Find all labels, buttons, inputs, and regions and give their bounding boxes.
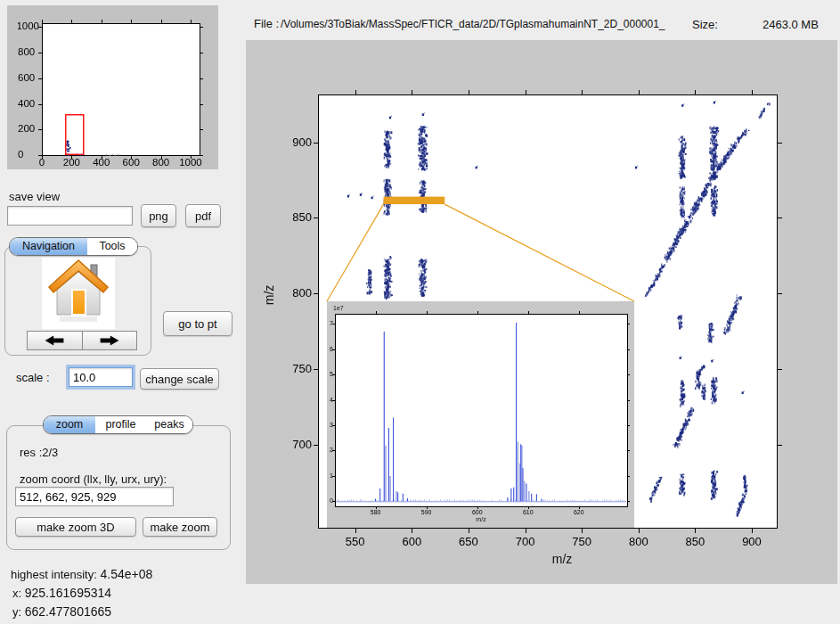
main-y-tick-label: 800 — [272, 286, 312, 300]
minimap-y-tick-label: 200 — [18, 123, 39, 134]
save-view-input[interactable] — [7, 206, 133, 226]
home-icon — [42, 258, 115, 329]
inset-x-tick-label: 620 — [568, 509, 590, 515]
x-label: x: — [12, 587, 21, 600]
overview-minimap-figure[interactable]: 0200400600800100002004006008001000 — [7, 5, 218, 169]
minimap-x-tick-label: 200 — [58, 157, 85, 168]
inset-y-tick-label: 3 — [327, 422, 333, 428]
y-label: y: — [12, 605, 21, 619]
zoom-coord-label: zoom coord (llx, lly, urx, ury): — [20, 472, 167, 486]
save-view-label: save view — [9, 190, 60, 203]
inset-y-tick-label: 1 — [327, 472, 333, 479]
main-x-tick-label: 600 — [394, 535, 429, 548]
file-label: File : — [254, 17, 279, 30]
app-window: { "colors": { "scatter_navy": "#1b2a80",… — [0, 0, 840, 624]
minimap-y-tick-label: 800 — [18, 46, 39, 57]
make-zoom-3d-button[interactable]: make zoom 3D — [15, 517, 136, 537]
change-scale-button[interactable]: change scale — [140, 368, 219, 390]
history-arrows — [27, 331, 137, 350]
size-label: Size: — [692, 18, 718, 31]
minimap-y-tick-label: 1000 — [18, 21, 39, 31]
inset-y-tick-label: 6 — [327, 346, 333, 352]
main-x-tick-label: 900 — [734, 535, 770, 548]
main-x-tick-label: 650 — [451, 535, 486, 548]
save-pdf-button[interactable]: pdf — [185, 204, 221, 227]
tab-zoom[interactable]: zoom — [44, 416, 95, 433]
go-to-pt-button[interactable]: go to pt — [163, 311, 232, 336]
highest-intensity-readout: highest intensity: 4.54e+08 — [11, 567, 152, 581]
back-arrow-button[interactable] — [28, 332, 82, 349]
inset-x-tick-label: 590 — [416, 509, 437, 515]
main-y-tick-label: 850 — [272, 210, 312, 224]
make-zoom-button[interactable]: make zoom — [143, 517, 217, 537]
tab-navigation[interactable]: Navigation — [10, 238, 87, 255]
save-png-button[interactable]: png — [141, 204, 176, 227]
minimap-x-tick-label: 600 — [118, 157, 144, 168]
minimap-x-tick-label: 1000 — [177, 157, 204, 168]
x-value: 925.161695314 — [25, 586, 111, 600]
main-y-tick-label: 900 — [272, 135, 312, 149]
inset-x-tick-label: 580 — [365, 509, 387, 515]
inset-y-tick-label: 0 — [327, 497, 333, 504]
minimap-y-tick-label: 600 — [18, 72, 39, 83]
main-x-axis-label: m/z — [535, 552, 589, 566]
scale-input[interactable] — [69, 367, 133, 387]
right-arrow-icon — [95, 333, 124, 348]
tab-profile[interactable]: profile — [95, 416, 146, 433]
file-path: /Volumes/3ToBiak/MassSpec/FTICR_data/2D/… — [281, 18, 665, 30]
inset-x-tick-label: 610 — [518, 509, 539, 515]
inset-x-tick-label: 600 — [467, 509, 488, 515]
left-arrow-icon — [40, 333, 69, 348]
main-y-tick-label: 750 — [272, 362, 312, 375]
scale-label: scale : — [16, 371, 50, 384]
zoom-tabbar: zoom profile peaks — [43, 415, 193, 434]
forward-arrow-button[interactable] — [82, 332, 137, 349]
tab-tools[interactable]: Tools — [87, 238, 137, 255]
main-y-tick-label: 700 — [272, 438, 312, 451]
cursor-y-readout: y: 662.477801665 — [12, 604, 111, 619]
main-2d-map-figure: 1e7 m/z 58059060061062001234567 m/z m/z … — [246, 40, 837, 584]
inset-offset-label: 1e7 — [333, 305, 344, 311]
minimap-y-tick-label: 400 — [18, 98, 39, 109]
resolution-text: res :2/3 — [20, 446, 58, 459]
main-x-tick-label: 850 — [677, 535, 713, 548]
main-x-tick-label: 750 — [564, 535, 599, 548]
intensity-label: highest intensity: — [11, 568, 97, 581]
tab-peaks[interactable]: peaks — [146, 416, 192, 433]
inset-y-tick-label: 5 — [327, 371, 333, 377]
minimap-x-tick-label: 400 — [88, 157, 115, 168]
home-button[interactable] — [42, 258, 115, 329]
main-x-tick-label: 800 — [621, 535, 657, 548]
minimap-x-tick-label: 800 — [148, 157, 175, 168]
intensity-value: 4.54e+08 — [100, 567, 152, 581]
inset-y-tick-label: 7 — [327, 320, 333, 326]
inset-y-tick-label: 2 — [327, 447, 333, 453]
zoom-coord-input[interactable] — [15, 487, 174, 506]
inset-x-axis-label: m/z — [469, 516, 493, 522]
inset-y-tick-label: 4 — [327, 397, 333, 403]
cursor-x-readout: x: 925.161695314 — [12, 586, 111, 600]
minimap-y-tick-label: 0 — [18, 149, 39, 160]
y-value: 662.477801665 — [25, 604, 111, 619]
size-value: 2463.0 MB — [763, 18, 819, 31]
main-x-tick-label: 700 — [508, 535, 543, 548]
spectrum-inset-figure[interactable]: 1e7 m/z 58059060061062001234567 — [327, 301, 634, 528]
main-x-tick-label: 550 — [338, 535, 373, 548]
nav-tabbar: Navigation Tools — [9, 237, 138, 256]
spectrum-inset-canvas[interactable] — [327, 301, 634, 528]
